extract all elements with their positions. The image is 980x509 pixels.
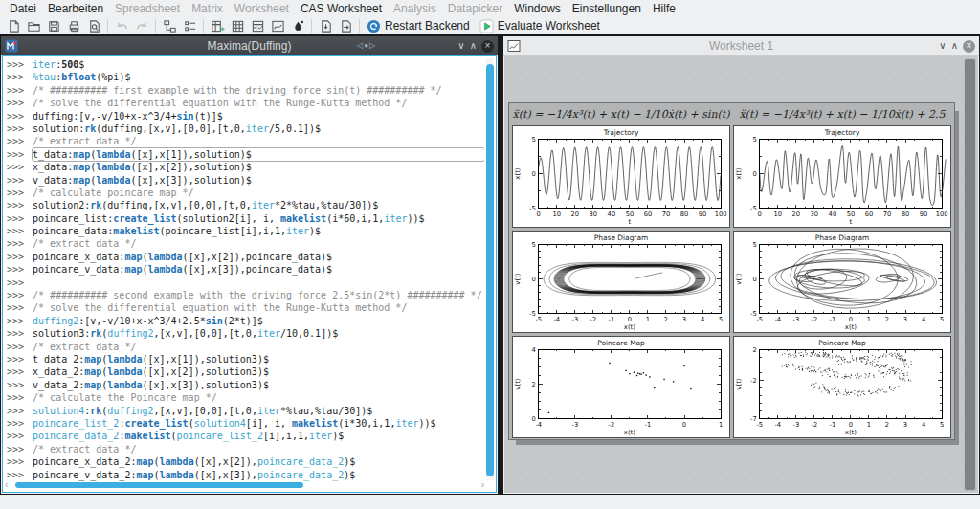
restart-backend-button[interactable]: Restart Backend: [364, 18, 476, 34]
code-lines: >>>iter:500$>>>%tau:bfloat(%pi)$>>>/* ##…: [7, 58, 484, 481]
menu-item-bearbeiten[interactable]: Bearbeiten: [42, 0, 109, 17]
maxima-code-editor[interactable]: >>>iter:500$>>>%tau:bfloat(%pi)$>>>/* ##…: [2, 55, 497, 493]
plot-poincare-map-1[interactable]: Poincare Map-4-3-2-101024x(t)v(t): [512, 336, 730, 438]
prompt: >>>: [7, 417, 24, 430]
maxima-panel-float-button[interactable]: ∨: [457, 41, 464, 51]
worksheet-vertical-scrollbar-thumb[interactable]: [965, 59, 975, 490]
worksheet-panel-expand-button[interactable]: ∧: [951, 41, 958, 51]
prompt: >>>: [7, 443, 24, 455]
code-line: >>>%tau:bfloat(%pi)$: [7, 71, 484, 83]
restart-backend-button-label: Restart Backend: [385, 19, 470, 33]
code-line: >>>poincare_data:makelist(poincare_list[…: [7, 225, 484, 237]
svg-text:2: 2: [885, 421, 889, 429]
svg-text:80: 80: [680, 210, 689, 218]
code-line: >>>solution2:rk(duffing,[x,v],[0,0],[t,0…: [7, 199, 484, 211]
code-line: >>>solution:rk(duffing,[x,v],[0,0],[t,0,…: [7, 122, 484, 135]
svg-text:0: 0: [849, 316, 853, 323]
worksheet-vertical-scrollbar[interactable]: [964, 58, 976, 491]
code-horizontal-scrollbar-thumb[interactable]: [15, 482, 303, 488]
maxima-panel-expand-button[interactable]: ∧: [470, 41, 477, 51]
svg-text:2: 2: [885, 316, 889, 323]
toolbar-separator: [203, 19, 204, 33]
scroll-right-arrow-icon[interactable]: ›: [481, 479, 484, 490]
document-new-icon[interactable]: [4, 18, 23, 34]
svg-text:-1: -1: [645, 421, 652, 429]
svg-text:x(t): x(t): [735, 167, 743, 180]
scroll-left-arrow-icon[interactable]: ‹: [5, 479, 8, 490]
menu-item-datei[interactable]: Datei: [4, 0, 42, 17]
svg-text:-4: -4: [774, 316, 781, 323]
code-line: >>>poincare_data_2:makelist(poincare_lis…: [7, 430, 484, 442]
svg-text:3: 3: [682, 316, 686, 323]
svg-text:-4: -4: [553, 316, 560, 323]
worksheet-view[interactable]: ẍ(t) = −1/4x³(t) + x(t) − 1/10ẋ(t) + s…: [504, 56, 978, 493]
save-icon[interactable]: [44, 18, 63, 34]
code-line: >>>duffing2:[v,-v/10+x-x^3/4+2.5*sin(2*t…: [7, 315, 484, 327]
svg-text:-1: -1: [609, 316, 615, 323]
code-line: >>>solution4:rk(duffing2,[x,v],[0,0],[t,…: [7, 405, 484, 417]
code-vertical-scrollbar-thumb[interactable]: [486, 64, 494, 476]
svg-text:Trajectory: Trajectory: [603, 128, 639, 137]
menu-item-einstellungen[interactable]: Einstellungen: [567, 0, 647, 17]
svg-text:-4: -4: [774, 421, 781, 429]
new-spreadsheet-icon[interactable]: [208, 18, 227, 34]
plot-poincare-map-2[interactable]: Poincare Map-5-4-3-2-10123452-2-7x(t)v(t…: [733, 336, 951, 438]
main-toolbar: Restart BackendEvaluate Worksheet: [0, 17, 980, 34]
datapicker-icon[interactable]: [288, 18, 307, 34]
prompt: >>>: [7, 315, 24, 327]
plot-phase-diagram-1[interactable]: Phase Diagram-5-4-3-2-1012345-505x(t)v(t…: [512, 231, 730, 333]
maxima-panel-close-button[interactable]: ×: [481, 40, 494, 53]
prompt: >>>: [7, 365, 24, 378]
svg-text:10: 10: [774, 210, 783, 218]
prompt: >>>: [7, 430, 24, 442]
prompt: >>>: [7, 84, 24, 97]
plot-phase-diagram-2[interactable]: Phase Diagram-5-4-3-2-1012345-505x(t)v(t…: [733, 231, 951, 333]
new-workbook-icon[interactable]: [248, 18, 267, 34]
worksheet-panel-close-button[interactable]: ×: [963, 40, 975, 53]
export-icon[interactable]: [336, 18, 355, 34]
svg-text:1: 1: [719, 421, 723, 429]
new-worksheet-icon[interactable]: [268, 18, 287, 34]
svg-text:Trajectory: Trajectory: [824, 128, 860, 137]
svg-text:x(t): x(t): [624, 429, 636, 436]
code-vertical-scrollbar[interactable]: [486, 58, 494, 480]
svg-text:100: 100: [936, 210, 948, 218]
toolbar-separator: [311, 19, 312, 33]
prompt: >>>: [7, 301, 24, 314]
toolbar-separator: [107, 19, 108, 33]
new-matrix-icon[interactable]: [228, 18, 247, 34]
plot-canvas: Phase Diagram-5-4-3-2-1012345-505x(t)v(t…: [513, 232, 729, 332]
menu-item-windows[interactable]: Windows: [508, 0, 567, 17]
svg-text:v(t): v(t): [514, 378, 522, 390]
svg-text:20: 20: [792, 210, 801, 218]
import-icon[interactable]: [316, 18, 335, 34]
svg-text:0: 0: [531, 170, 535, 178]
svg-text:t: t: [629, 218, 632, 226]
folder-open-icon[interactable]: [24, 18, 43, 34]
toolbar-separator: [155, 19, 156, 33]
code-horizontal-scrollbar[interactable]: ‹ ›: [5, 481, 484, 490]
worksheet-panel-float-button[interactable]: ∨: [939, 41, 946, 51]
svg-text:1: 1: [867, 421, 871, 429]
code-line: >>>x_data_2:map(lambda([x],x[2]),solutio…: [7, 365, 484, 378]
svg-text:60: 60: [865, 210, 874, 218]
code-line: >>>iter:500$: [7, 58, 484, 71]
print-icon[interactable]: [64, 18, 83, 34]
project-explorer-icon[interactable]: [160, 18, 179, 34]
code-line: >>>/* extract data */: [7, 135, 484, 147]
evaluate-worksheet-button[interactable]: Evaluate Worksheet: [477, 18, 606, 34]
plot-trajectory-1[interactable]: Trajectory0102030405060708090100-505tx(t…: [512, 125, 730, 228]
menu-item-hilfe[interactable]: Hilfe: [647, 0, 681, 17]
svg-text:0: 0: [752, 276, 756, 283]
equation-title-left: ẍ(t) = −1/4x³(t) + x(t) − 1/10ẋ(t) + s…: [512, 106, 730, 122]
plot-trajectory-2[interactable]: Trajectory0102030405060708090100-505tx(t…: [733, 125, 951, 228]
svg-text:0: 0: [531, 276, 535, 283]
prompt: >>>: [7, 455, 24, 468]
worksheet-panel: Worksheet 1 ∨ ∧ × ẍ(t) = −1/4x³(t) + x(…: [503, 36, 979, 494]
menu-item-cas-worksheet[interactable]: CAS Worksheet: [295, 0, 388, 17]
code-line: >>>poincare_v_data_2:map(lambda([x],x[3]…: [7, 469, 484, 481]
plot-canvas: Poincare Map-4-3-2-101024x(t)v(t): [513, 337, 729, 437]
properties-list-icon[interactable]: [180, 18, 199, 34]
svg-text:5: 5: [940, 421, 944, 429]
print-preview-icon[interactable]: [84, 18, 103, 34]
